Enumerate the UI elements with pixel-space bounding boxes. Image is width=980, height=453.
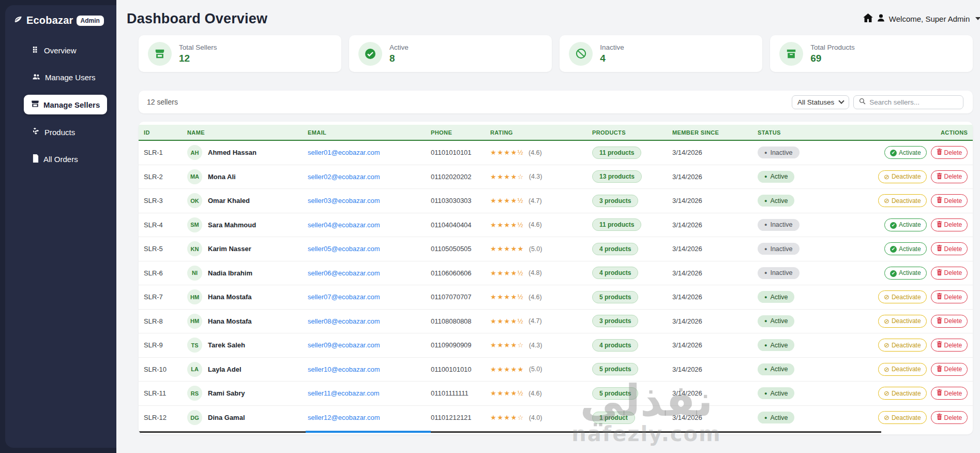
seller-id: SLR-10 [144,366,187,373]
seller-rating: ★★★★½ (4.7) [490,317,592,325]
trash-icon [937,293,942,301]
delete-button[interactable]: Delete [931,242,968,255]
seller-name: Rami Sabry [208,389,245,397]
seller-email-link[interactable]: seller10@ecobazar.com [308,366,380,373]
sidebar-item-all-orders[interactable]: All Orders [27,150,83,169]
brand-name: Ecobazar [26,14,73,26]
seller-status-cell: Inactive [758,219,878,231]
sidebar-item-overview[interactable]: Overview [27,41,82,60]
products-badge: 3 products [592,195,638,207]
toggle-status-label: Deactivate [892,197,921,204]
toggle-status-button[interactable]: Activate [884,267,927,280]
toggle-status-button[interactable]: Deactivate [878,387,927,400]
seller-name-cell: AH Ahmed Hassan [187,145,308,160]
avatar: HM [187,314,202,329]
delete-button[interactable]: Delete [931,146,968,159]
chevron-down-icon [975,17,980,20]
sidebar-item-label: Products [44,128,75,137]
toggle-status-label: Deactivate [892,294,921,301]
table-header-row: ID NAME EMAIL PHONE RATING PRODUCTS MEMB… [139,125,973,141]
seller-email-link[interactable]: seller01@ecobazar.com [308,149,380,156]
toggle-status-button[interactable]: Deactivate [878,170,927,183]
seller-email-link[interactable]: seller02@ecobazar.com [308,173,380,181]
delete-button[interactable]: Delete [931,218,968,231]
scrollbar-thumb[interactable] [306,431,431,433]
users-icon [32,72,41,82]
delete-button[interactable]: Delete [931,290,968,303]
toggle-status-button[interactable]: Deactivate [878,339,927,352]
seller-phone: 01102020202 [431,173,490,181]
toggle-status-button[interactable]: Deactivate [878,194,927,207]
home-icon[interactable] [863,13,873,24]
delete-label: Delete [944,269,962,276]
person-icon[interactable] [877,13,885,24]
status-filter-dropdown[interactable]: All Statuses [792,95,849,109]
trash-icon [937,414,942,421]
toggle-status-button[interactable]: Activate [884,242,927,255]
delete-button[interactable]: Delete [931,315,968,328]
seller-email-link[interactable]: seller06@ecobazar.com [308,269,380,277]
seller-id: SLR-4 [144,221,187,229]
col-id: ID [144,129,187,136]
toggle-status-button[interactable]: Deactivate [878,411,927,424]
scrollbar-track[interactable] [139,431,881,433]
seller-name: Dina Gamal [208,414,245,421]
table-row: SLR-4 SM Sara Mahmoud seller04@ecobazar.… [139,213,973,238]
delete-button[interactable]: Delete [931,387,968,400]
stat-label: Inactive [600,43,624,51]
star-rating-icon: ★★★★☆ [490,341,524,349]
sidebar-item-label: Overview [44,46,77,55]
seller-email-link[interactable]: seller04@ecobazar.com [308,221,380,229]
seller-email-link[interactable]: seller08@ecobazar.com [308,317,380,325]
toggle-status-button[interactable]: Deactivate [878,363,927,376]
search-box[interactable] [853,95,963,109]
search-input[interactable] [869,98,958,106]
seller-email-link[interactable]: seller12@ecobazar.com [308,414,380,421]
delete-label: Delete [944,342,962,349]
stat-label: Active [389,43,409,51]
delete-button[interactable]: Delete [931,411,968,424]
seller-name-cell: MA Mona Ali [187,169,308,184]
delete-button[interactable]: Delete [931,363,968,376]
sidebar-item-manage-sellers[interactable]: Manage Sellers [24,95,107,114]
user-menu[interactable]: Welcome, Super Admin [863,13,980,24]
seller-email-link[interactable]: seller07@ecobazar.com [308,293,380,301]
rating-value: (4.3) [529,173,542,180]
seller-products-cell: 13 products [592,170,672,183]
toggle-status-button[interactable]: Deactivate [878,290,927,303]
toggle-status-button[interactable]: Deactivate [878,315,927,328]
table-row: SLR-7 HM Hana Mostafa seller07@ecobazar.… [139,285,973,310]
seller-name-cell: NI Nadia Ibrahim [187,266,308,281]
toggle-status-icon [884,341,889,349]
seller-products-cell: 3 products [592,195,672,207]
seller-phone: 01101111111 [431,389,490,397]
delete-button[interactable]: Delete [931,194,968,207]
seller-id: SLR-1 [144,149,187,156]
col-name: NAME [187,129,308,136]
seller-email-link[interactable]: seller05@ecobazar.com [308,245,380,253]
seller-email-link[interactable]: seller11@ecobazar.com [308,389,380,397]
seller-email-link[interactable]: seller03@ecobazar.com [308,197,380,204]
trash-icon [937,389,942,397]
table-row: SLR-8 HM Hana Mostafa seller08@ecobazar.… [139,310,973,334]
stat-card-inactive: Inactive 4 [560,35,762,72]
seller-name-cell: RS Rami Sabry [187,386,308,401]
trash-icon [937,341,942,349]
sidebar-item-products[interactable]: Products [27,123,80,141]
sidebar-item-manage-users[interactable]: Manage Users [27,68,101,86]
seller-email-link[interactable]: seller09@ecobazar.com [308,341,380,349]
toggle-status-button[interactable]: Activate [884,218,927,231]
toggle-status-icon [890,221,897,229]
seller-email-cell: seller05@ecobazar.com [308,245,431,253]
seller-name-cell: SM Sara Mahmoud [187,217,308,232]
box-icon [779,42,803,66]
delete-button[interactable]: Delete [931,339,968,352]
ban-icon [569,42,593,66]
horizontal-scrollbar[interactable] [139,430,973,434]
toggle-status-button[interactable]: Activate [884,146,927,159]
star-rating-icon: ★★★★☆ [490,414,524,421]
star-rating-icon: ★★★★½ [490,221,524,229]
row-actions: Activate Delete [884,146,968,159]
delete-button[interactable]: Delete [931,170,968,183]
delete-button[interactable]: Delete [931,267,968,280]
